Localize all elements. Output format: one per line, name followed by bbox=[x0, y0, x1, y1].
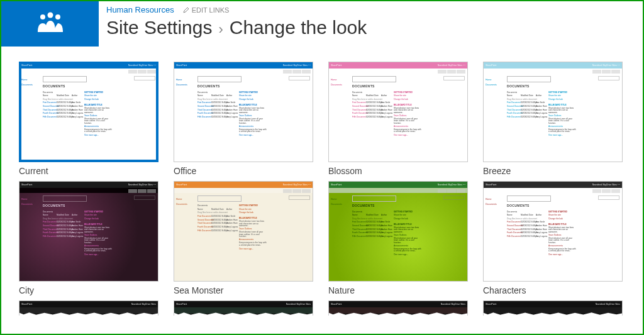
theme-thumbnail[interactable]: SharePointNewsfeedSkyDriveSites⋯HomeDocu… bbox=[19, 62, 158, 162]
theme-label: Current bbox=[19, 166, 158, 176]
thumb-sidebar: HomeDocuments bbox=[19, 74, 41, 162]
theme-label: Sea Monster bbox=[174, 285, 313, 295]
theme-tile[interactable]: SharePointNewsfeedSkyDriveSites⋯HomeDocu… bbox=[328, 181, 468, 295]
theme-tile[interactable]: SharePointNewsfeedSkyDriveSites⋯HomeDocu… bbox=[174, 62, 313, 176]
breadcrumb-site-settings[interactable]: Site Settings bbox=[106, 17, 212, 38]
theme-gallery-row3: SharePointNewsfeedSkyDriveSitesSharePoin… bbox=[1, 295, 643, 316]
thumb-body: HomeDocumentsDOCUMENTSDocumentsNameModif… bbox=[484, 193, 622, 281]
theme-thumbnail-partial[interactable]: SharePointNewsfeedSkyDriveSites bbox=[483, 300, 623, 316]
theme-label: Nature bbox=[328, 285, 468, 295]
theme-thumbnail-partial[interactable]: SharePointNewsfeedSkyDriveSites bbox=[19, 300, 158, 316]
theme-tile[interactable]: SharePointNewsfeedSkyDriveSites⋯HomeDocu… bbox=[483, 181, 623, 295]
thumb-ribbon-tabs bbox=[174, 188, 313, 193]
thumb-sidebar: HomeDocuments bbox=[174, 74, 196, 162]
thumb-ribbon-tabs bbox=[484, 69, 622, 74]
svg-point-1 bbox=[47, 13, 53, 18]
thumb-body: HomeDocumentsDocumentsNameModified DateA… bbox=[174, 193, 313, 281]
thumb-main: DOCUMENTSDocumentsNameModified DateAutho… bbox=[41, 74, 158, 162]
thumb-body: HomeDocumentsDOCUMENTSDocumentsNameModif… bbox=[329, 74, 467, 162]
theme-thumbnail-partial[interactable]: SharePointNewsfeedSkyDriveSites bbox=[174, 300, 313, 316]
breadcrumb-change-look: Change the look bbox=[230, 17, 367, 38]
thumb-body: HomeDocumentsDOCUMENTSDocumentsNameModif… bbox=[329, 193, 467, 281]
thumb-main: DOCUMENTSDocumentsNameModified DateAutho… bbox=[196, 74, 313, 162]
thumb-main: DOCUMENTSDocumentsNameModified DateAutho… bbox=[350, 193, 467, 281]
thumb-sidebar: HomeDocuments bbox=[19, 193, 41, 281]
theme-thumbnail[interactable]: SharePointNewsfeedSkyDriveSites⋯HomeDocu… bbox=[483, 62, 623, 162]
theme-thumbnail[interactable]: SharePointNewsfeedSkyDriveSites⋯HomeDocu… bbox=[328, 62, 468, 162]
theme-tile[interactable]: SharePointNewsfeedSkyDriveSites⋯HomeDocu… bbox=[19, 62, 158, 176]
thumb-suite-bar: SharePointNewsfeedSkyDriveSites⋯ bbox=[329, 182, 467, 188]
site-logo[interactable] bbox=[1, 1, 99, 47]
page-header: Human Resources EDIT LINKS Site Settings… bbox=[1, 1, 643, 50]
thumb-body: HomeDocumentsDOCUMENTSDocumentsNameModif… bbox=[484, 74, 622, 162]
theme-tile[interactable]: SharePointNewsfeedSkyDriveSites⋯HomeDocu… bbox=[19, 181, 158, 295]
thumb-body: HomeDocumentsDOCUMENTSDocumentsNameModif… bbox=[174, 74, 313, 162]
theme-thumbnail[interactable]: SharePointNewsfeedSkyDriveSites⋯HomeDocu… bbox=[483, 181, 623, 282]
svg-point-0 bbox=[40, 14, 45, 19]
thumb-ribbon-tabs bbox=[329, 188, 467, 193]
thumb-sidebar: HomeDocuments bbox=[484, 74, 505, 162]
theme-thumbnail[interactable]: SharePointNewsfeedSkyDriveSites⋯HomeDocu… bbox=[19, 181, 158, 282]
theme-label: Breeze bbox=[483, 166, 623, 176]
thumb-ribbon-tabs bbox=[19, 188, 158, 193]
theme-thumbnail[interactable]: SharePointNewsfeedSkyDriveSites⋯HomeDocu… bbox=[328, 181, 468, 282]
theme-label: Characters bbox=[483, 285, 623, 295]
thumb-body: HomeDocumentsDOCUMENTSDocumentsNameModif… bbox=[19, 193, 158, 281]
thumb-suite-bar: SharePointNewsfeedSkyDriveSites⋯ bbox=[484, 182, 622, 188]
thumb-suite-bar: SharePointNewsfeedSkyDriveSites⋯ bbox=[174, 62, 313, 69]
breadcrumb-separator-icon: › bbox=[218, 21, 223, 38]
thumb-main: DOCUMENTSDocumentsNameModified DateAutho… bbox=[505, 74, 622, 162]
theme-gallery: SharePointNewsfeedSkyDriveSites⋯HomeDocu… bbox=[1, 50, 643, 295]
theme-tile[interactable]: SharePointNewsfeedSkyDriveSites⋯HomeDocu… bbox=[174, 181, 313, 295]
site-link[interactable]: Human Resources bbox=[106, 5, 174, 14]
thumb-ribbon-tabs bbox=[19, 69, 158, 74]
thumb-sidebar: HomeDocuments bbox=[329, 193, 350, 281]
thumb-main: DOCUMENTSDocumentsNameModified DateAutho… bbox=[505, 193, 622, 281]
theme-thumbnail[interactable]: SharePointNewsfeedSkyDriveSites⋯HomeDocu… bbox=[174, 62, 313, 162]
thumb-suite-bar: SharePointNewsfeedSkyDriveSites⋯ bbox=[484, 62, 622, 69]
edit-links-button[interactable]: EDIT LINKS bbox=[183, 6, 230, 14]
thumb-suite-bar: SharePointNewsfeedSkyDriveSites⋯ bbox=[174, 182, 313, 188]
theme-label: City bbox=[19, 285, 158, 295]
theme-tile[interactable]: SharePointNewsfeedSkyDriveSites⋯HomeDocu… bbox=[483, 62, 623, 176]
thumb-sidebar: HomeDocuments bbox=[329, 74, 350, 162]
thumb-sidebar: HomeDocuments bbox=[174, 193, 196, 281]
thumb-ribbon-tabs bbox=[484, 188, 622, 193]
thumb-suite-bar: SharePointNewsfeedSkyDriveSites⋯ bbox=[329, 62, 467, 69]
people-icon bbox=[35, 12, 65, 36]
pencil-icon bbox=[183, 7, 189, 13]
theme-tile[interactable]: SharePointNewsfeedSkyDriveSites⋯HomeDocu… bbox=[328, 62, 468, 176]
thumb-main: DocumentsNameModified DateAuthorDrag fil… bbox=[196, 193, 313, 281]
theme-thumbnail-partial[interactable]: SharePointNewsfeedSkyDriveSites bbox=[328, 300, 468, 316]
thumb-suite-bar: SharePointNewsfeedSkyDriveSites⋯ bbox=[19, 62, 158, 69]
thumb-body: HomeDocumentsDOCUMENTSDocumentsNameModif… bbox=[19, 74, 158, 162]
thumb-ribbon-tabs bbox=[174, 69, 313, 74]
theme-thumbnail[interactable]: SharePointNewsfeedSkyDriveSites⋯HomeDocu… bbox=[174, 181, 313, 282]
thumb-main: DOCUMENTSDocumentsNameModified DateAutho… bbox=[41, 193, 158, 281]
thumb-main: DOCUMENTSDocumentsNameModified DateAutho… bbox=[350, 74, 467, 162]
header-text-block: Human Resources EDIT LINKS Site Settings… bbox=[99, 1, 367, 38]
thumb-sidebar: HomeDocuments bbox=[484, 193, 505, 281]
theme-label: Office bbox=[174, 166, 313, 176]
edit-links-label: EDIT LINKS bbox=[192, 6, 230, 14]
top-links: Human Resources EDIT LINKS bbox=[106, 5, 367, 14]
thumb-ribbon-tabs bbox=[329, 69, 467, 74]
breadcrumb: Site Settings › Change the look bbox=[106, 17, 367, 38]
thumb-suite-bar: SharePointNewsfeedSkyDriveSites⋯ bbox=[19, 182, 158, 188]
svg-point-2 bbox=[55, 14, 60, 19]
theme-label: Blossom bbox=[328, 166, 468, 176]
